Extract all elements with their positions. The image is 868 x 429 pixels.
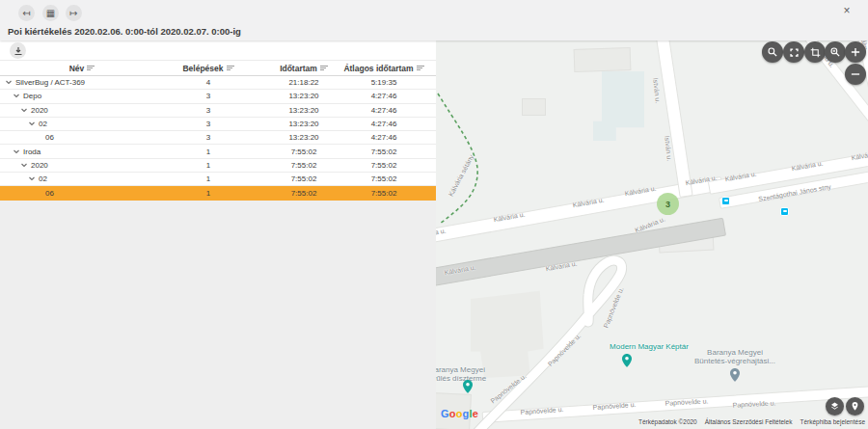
collapse-left-button[interactable]: ↤ <box>18 5 35 21</box>
map-pin-icon[interactable] <box>463 380 473 393</box>
row-entries: 1 <box>164 161 253 170</box>
row-name: 06 <box>45 189 54 198</box>
chevron-down-icon[interactable] <box>13 149 20 154</box>
row-avg_duration: 4:27:46 <box>355 120 413 128</box>
row-entries: 1 <box>164 147 253 156</box>
table-row[interactable]: 0217:55:027:55:02 <box>0 173 436 186</box>
row-name: Depo <box>23 92 41 100</box>
app-window: ↤ ▦ ↦ Poi kiértékelés 2020.02.06. 0:00-t… <box>0 0 868 429</box>
search-button[interactable] <box>762 41 783 63</box>
grid-icon: ▦ <box>42 5 59 21</box>
row-duration: 13:23:20 <box>253 120 355 128</box>
sort-icon[interactable] <box>87 66 95 70</box>
download-button[interactable] <box>10 42 26 59</box>
row-avg_duration: 5:19:35 <box>355 78 413 87</box>
row-name: 02 <box>39 120 47 128</box>
top-toolbar: ↤ ▦ ↦ Poi kiértékelés 2020.02.06. 0:00-t… <box>0 0 868 40</box>
row-avg_duration: 7:55:02 <box>355 189 413 198</box>
column-header-nev[interactable]: Név <box>0 64 164 73</box>
row-duration: 7:55:02 <box>253 161 355 170</box>
expand-right-button[interactable]: ↦ <box>66 5 82 21</box>
row-name: SilverBug / ACT-369 <box>15 78 85 87</box>
attribution-terms-link[interactable]: Általános Szerződési Feltételek <box>705 418 793 425</box>
row-avg_duration: 4:27:46 <box>355 133 413 142</box>
attribution-report-link[interactable]: Térképhiba bejelentése <box>800 418 865 425</box>
close-button[interactable]: × <box>839 3 854 18</box>
row-avg_duration: 7:55:02 <box>355 147 413 156</box>
grid-view-button[interactable]: ▦ <box>42 5 59 21</box>
download-icon <box>14 46 23 56</box>
logo-letter: g <box>463 408 470 419</box>
fullscreen-icon <box>789 47 800 58</box>
table-row[interactable]: Iroda17:55:027:55:02 <box>0 145 436 158</box>
poi-label-buntetes-vegrehajtasi[interactable]: Baranya Megyei Büntetés-végrehajtási... <box>675 348 795 365</box>
sort-icon[interactable] <box>417 66 424 70</box>
row-name: Iroda <box>23 147 41 156</box>
table-row[interactable]: 202017:55:027:55:02 <box>0 159 436 173</box>
attribution-copyright: Térképadatok ©2020 <box>638 418 697 425</box>
row-entries: 1 <box>164 174 253 183</box>
table-row[interactable]: 06313:23:204:27:46 <box>0 131 436 145</box>
expand-right-icon: ↦ <box>66 5 82 21</box>
table-row[interactable]: SilverBug / ACT-369421:18:225:19:35 <box>0 76 436 90</box>
zoom-in-button[interactable] <box>845 41 866 63</box>
row-name: 2020 <box>31 106 48 115</box>
crop-icon <box>810 47 821 58</box>
map-attribution: Térképadatok ©2020 Általános Szerződési … <box>638 418 865 425</box>
column-header-atlagos-idotartam[interactable]: Átlagos időtartam <box>355 64 413 73</box>
row-duration: 21:18:22 <box>253 78 355 87</box>
chevron-down-icon[interactable] <box>5 80 13 85</box>
chevron-down-icon[interactable] <box>20 108 28 113</box>
collapse-left-icon: ↤ <box>18 5 35 21</box>
row-entries: 3 <box>164 120 253 128</box>
table-body: SilverBug / ACT-369421:18:225:19:35Depo3… <box>0 76 436 201</box>
row-entries: 3 <box>164 92 253 100</box>
chevron-down-icon[interactable] <box>20 163 28 168</box>
logo-letter: o <box>449 408 456 419</box>
page-title: Poi kiértékelés 2020.02.06. 0:00-tól 202… <box>8 26 241 37</box>
row-entries: 1 <box>164 189 253 198</box>
table-row[interactable]: Depo313:23:204:27:46 <box>0 90 436 103</box>
bus-stop-icon[interactable] <box>721 197 730 205</box>
row-name: 02 <box>39 174 47 183</box>
logo-letter: o <box>456 408 463 419</box>
map-view[interactable]: Kálvária u.Kálvária u.Kálvária u.Kálvári… <box>436 40 868 429</box>
table-header: Név Belépések Időtartam Átlagos időtarta… <box>0 60 436 76</box>
table-row[interactable]: 02313:23:204:27:46 <box>0 118 436 131</box>
row-entries: 3 <box>164 106 253 115</box>
sort-icon[interactable] <box>320 66 328 70</box>
sort-icon[interactable] <box>227 66 234 70</box>
left-panel: Név Belépések Időtartam Átlagos időtarta… <box>0 40 436 429</box>
row-avg_duration: 7:55:02 <box>355 161 413 170</box>
table-row[interactable]: 0617:55:027:55:02 <box>0 186 436 200</box>
map-pin-icon[interactable] <box>622 354 632 367</box>
search-icon <box>767 46 778 58</box>
place-pin-icon <box>850 401 860 412</box>
column-header-belepesek[interactable]: Belépések <box>164 64 253 73</box>
map-pin-icon[interactable] <box>730 368 740 382</box>
chevron-down-icon[interactable] <box>28 121 36 126</box>
chevron-down-icon[interactable] <box>28 176 36 181</box>
table-row[interactable]: 2020313:23:204:27:46 <box>0 104 436 118</box>
crop-button[interactable] <box>804 41 826 63</box>
logo-letter: e <box>473 408 478 419</box>
bus-stop-icon[interactable] <box>780 207 789 216</box>
zoom-out-button[interactable] <box>845 64 866 85</box>
poi-cluster-marker[interactable]: 3 <box>657 193 679 215</box>
place-pin-button[interactable] <box>846 397 864 416</box>
row-entries: 4 <box>164 78 253 87</box>
chevron-down-icon[interactable] <box>13 94 20 98</box>
poi-label-gyules-diszterme[interactable]: Baranya Megyei gyűlés díszterme <box>436 365 517 383</box>
zoom-in-icon <box>850 46 861 58</box>
row-duration: 13:23:20 <box>253 133 355 142</box>
row-duration: 13:23:20 <box>253 106 355 115</box>
layers-icon <box>829 401 840 412</box>
column-header-idotartam[interactable]: Időtartam <box>253 64 355 73</box>
export-bar <box>0 40 436 60</box>
google-logo[interactable]: Google <box>441 408 478 419</box>
fullscreen-button[interactable] <box>783 41 804 63</box>
row-duration: 13:23:20 <box>253 92 355 100</box>
layers-button[interactable] <box>826 397 844 416</box>
row-avg_duration: 7:55:02 <box>355 174 413 183</box>
zoom-area-button[interactable] <box>825 41 846 63</box>
